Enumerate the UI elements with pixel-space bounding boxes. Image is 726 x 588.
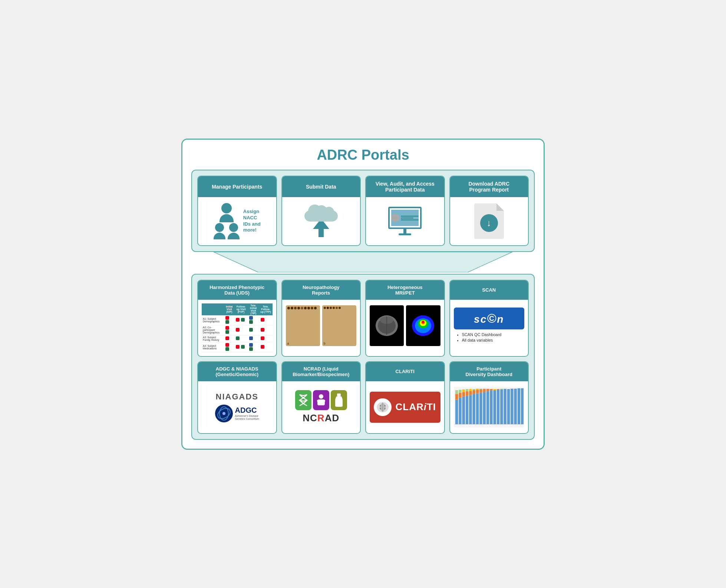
- monitor-stand: [403, 229, 406, 233]
- uds-row-a1-tip: [248, 315, 259, 325]
- download-report-card[interactable]: Download ADRCProgram Report ↓: [449, 176, 529, 246]
- pdf-icon-a2[interactable]: [225, 326, 229, 330]
- uds-row-a3-tip: [248, 335, 259, 342]
- niagads-text: NIAGADS: [216, 392, 258, 402]
- excel-icon[interactable]: [225, 320, 229, 324]
- word-icon-a4[interactable]: [249, 343, 253, 347]
- uds-row-a2-tip: [248, 325, 259, 335]
- manage-participants-card[interactable]: Manage Participants: [197, 176, 277, 246]
- pdf-icon-a2-2[interactable]: [236, 328, 240, 332]
- svg-rect-26: [455, 399, 458, 424]
- excel-icon-3[interactable]: [249, 320, 253, 324]
- svg-rect-29: [459, 398, 461, 424]
- svg-point-23: [384, 405, 386, 406]
- submit-data-card[interactable]: Submit Data: [281, 176, 361, 246]
- page-title: ADRC Portals: [191, 147, 535, 163]
- pet-brain-svg: [410, 313, 436, 339]
- scan-header: SCAN: [450, 280, 528, 300]
- pdf-icon-2[interactable]: [236, 318, 240, 322]
- monitor-line-2: [401, 217, 413, 219]
- dot: [314, 307, 317, 309]
- uds-row-a3-fvp: [234, 335, 248, 342]
- svg-rect-68: [514, 389, 517, 424]
- excel-icon-a2-2[interactable]: [249, 328, 253, 332]
- excel-icon-a2[interactable]: [225, 330, 229, 334]
- uds-row-a1: A1: Subject Demographics: [202, 315, 273, 325]
- pdf-icon[interactable]: [225, 316, 229, 320]
- uds-row-a4-tfp: [259, 342, 273, 352]
- pdf-icon-a3-2[interactable]: [261, 336, 264, 340]
- adgc-niagads-header: ADGC & NIAGADS(Genetic/Genomic): [198, 362, 276, 381]
- person-body-left: [214, 233, 225, 239]
- uds-col-label: [202, 303, 224, 315]
- adgc-niagads-card[interactable]: ADGC & NIAGADS(Genetic/Genomic) NIAGADS: [197, 361, 277, 434]
- neuro-dots-b: [322, 305, 356, 346]
- ncrad-card[interactable]: NCRAD (LiquidBiomarker/Biospecimen): [281, 361, 361, 434]
- scan-bullets-list: SCAN QC Dashboard All data variables: [454, 332, 525, 343]
- uds-row-a1-fvp: [234, 315, 248, 325]
- svg-rect-70: [521, 388, 524, 424]
- pdf-icon-3[interactable]: [261, 318, 264, 322]
- pdf-icon-a2-3[interactable]: [261, 328, 264, 332]
- scan-card[interactable]: SCAN sc©n SCAN QC Dashboard All data var…: [449, 280, 529, 357]
- monitor-base: [399, 233, 411, 235]
- data-row-1: Harmonized PhenotypicData (UDS) Initial …: [197, 280, 529, 357]
- document-icon: ↓: [474, 203, 504, 239]
- svg-rect-62: [500, 389, 503, 424]
- word-icon-a3[interactable]: [249, 336, 253, 340]
- diversity-dashboard-card[interactable]: ParticipantDiversity Dashboard: [449, 361, 529, 434]
- excel-icon-a3[interactable]: [236, 336, 240, 340]
- pdf-icon-a4[interactable]: [225, 343, 229, 347]
- uds-card[interactable]: Harmonized PhenotypicData (UDS) Initial …: [197, 280, 277, 357]
- monitor-screen: [388, 207, 422, 229]
- scan-bullet-2: All data variables: [462, 338, 525, 342]
- neuro-panel-b: b: [322, 305, 356, 346]
- uds-row-a3-ivp: [224, 335, 234, 342]
- dot: [301, 307, 303, 309]
- svg-point-24: [380, 408, 381, 409]
- person-body-top: [220, 214, 234, 222]
- svg-rect-36: [465, 391, 468, 396]
- svg-rect-67: [511, 389, 513, 424]
- monitor-lines: [401, 216, 419, 220]
- assign-text: AssignNACCIDs andmore!: [243, 209, 261, 234]
- neuro-images: a b: [286, 305, 357, 346]
- ncrad-text: NCRAD: [303, 412, 339, 424]
- svg-rect-41: [472, 394, 475, 424]
- svg-rect-31: [459, 390, 461, 393]
- excel-icon-2[interactable]: [241, 318, 245, 322]
- word-icon[interactable]: [249, 316, 253, 320]
- person-left: [214, 223, 225, 239]
- svg-rect-53: [486, 391, 489, 424]
- pdf-icon-a4-2[interactable]: [236, 345, 240, 349]
- mri-panel: [370, 305, 404, 346]
- manage-participants-body: AssignNACCIDs andmore!: [198, 197, 276, 245]
- neuropathology-card[interactable]: NeuropathologyReports: [281, 280, 361, 357]
- scan-logo-text: sc©n: [474, 313, 504, 325]
- dot: [307, 307, 310, 309]
- svg-rect-65: [504, 389, 506, 389]
- svg-rect-63: [500, 389, 503, 389]
- scan-body: sc©n SCAN QC Dashboard All data variable…: [450, 300, 528, 352]
- svg-rect-49: [479, 389, 482, 389]
- view-audit-card[interactable]: View, Audit, and AccessParticipant Data: [365, 176, 445, 246]
- excel-icon-a4-3[interactable]: [249, 347, 253, 351]
- dot: [336, 307, 338, 309]
- clariti-i: i: [424, 401, 427, 412]
- uds-row-a2-label: A2: Co-participant Demographics: [202, 325, 224, 335]
- mri-brain-svg: [374, 313, 400, 339]
- pdf-icon-a4-3[interactable]: [261, 345, 264, 349]
- excel-icon-a4[interactable]: [225, 347, 229, 351]
- dot: [327, 307, 329, 309]
- pdf-icon-a3[interactable]: [225, 336, 229, 340]
- clariti-card[interactable]: CLARiTI: [365, 361, 445, 434]
- excel-icon-a4-2[interactable]: [241, 345, 245, 349]
- adgc-dna-svg: [216, 406, 232, 421]
- person-head-top: [221, 203, 232, 213]
- svg-rect-56: [490, 391, 492, 424]
- svg-rect-51: [483, 389, 485, 392]
- svg-rect-55: [486, 389, 489, 389]
- ncrad-header: NCRAD (LiquidBiomarker/Biospecimen): [282, 362, 360, 381]
- neuropathology-body: a b: [282, 300, 360, 352]
- mri-pet-card[interactable]: HeterogeneousMRI/PET: [365, 280, 445, 357]
